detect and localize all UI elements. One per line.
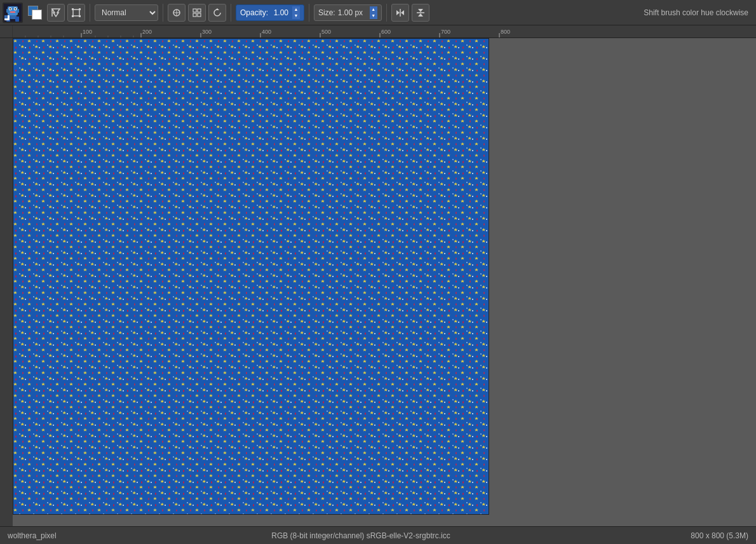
- filename-label: wolthera_pixel: [8, 531, 57, 540]
- svg-text:800: 800: [501, 29, 510, 35]
- flip-h-icon: [395, 8, 405, 18]
- svg-rect-25: [198, 13, 201, 17]
- size-spinner: ▲ ▼: [370, 6, 377, 19]
- svg-rect-22: [193, 9, 196, 12]
- svg-marker-31: [418, 13, 423, 17]
- canvas-area[interactable]: [13, 38, 756, 526]
- svg-rect-17: [72, 15, 74, 17]
- separator-4: [309, 4, 309, 22]
- svg-rect-14: [73, 10, 79, 16]
- image-canvas[interactable]: [13, 38, 489, 515]
- horizontal-ruler: 100 200 300 400 500 600 700 800: [13, 25, 756, 37]
- blend-mode-select[interactable]: Normal Dissolve Multiply Screen Overlay: [95, 4, 158, 21]
- svg-rect-5: [15, 8, 16, 10]
- tool-reset-button[interactable]: [208, 4, 226, 22]
- svg-text:100: 100: [83, 29, 92, 35]
- horizontal-ruler-row: 100 200 300 400 500 600 700 800: [0, 25, 756, 38]
- size-label: Size:: [318, 8, 335, 17]
- tool-select-button[interactable]: [47, 4, 65, 22]
- svg-rect-76: [13, 39, 489, 515]
- svg-rect-6: [10, 11, 15, 13]
- size-decrement[interactable]: ▼: [370, 13, 377, 19]
- svg-rect-58: [0, 38, 13, 526]
- opacity-control: Opacity: 1.00 ▲ ▼: [236, 4, 304, 21]
- flip-h-button[interactable]: [391, 4, 409, 22]
- h-ruler-svg: 100 200 300 400 500 600 700 800: [13, 25, 756, 37]
- tool-shape-button[interactable]: [168, 4, 186, 22]
- separator-2: [163, 4, 163, 22]
- main-area: [0, 38, 756, 526]
- size-increment[interactable]: ▲: [370, 6, 377, 13]
- tool-grid-button[interactable]: [188, 4, 206, 22]
- opacity-label: Opacity:: [240, 8, 268, 17]
- svg-text:400: 400: [262, 29, 271, 35]
- ruler-corner: [0, 25, 13, 37]
- separator-3: [231, 4, 231, 22]
- shape-icon: [172, 8, 182, 18]
- opacity-value[interactable]: 1.00: [271, 8, 288, 17]
- svg-marker-30: [418, 9, 423, 12]
- tool-transform-button[interactable]: [67, 4, 85, 22]
- vertical-ruler: [0, 38, 13, 526]
- app-logo: [3, 3, 23, 23]
- svg-text:300: 300: [202, 29, 212, 35]
- svg-rect-13: [4, 15, 8, 18]
- svg-rect-16: [79, 8, 81, 10]
- opacity-decrement[interactable]: ▼: [292, 13, 300, 19]
- flip-v-icon: [415, 8, 426, 18]
- svg-text:700: 700: [441, 29, 450, 35]
- separator-5: [386, 4, 387, 22]
- select-icon: [51, 8, 61, 18]
- opacity-increment[interactable]: ▲: [292, 6, 300, 13]
- status-bar: wolthera_pixel RGB (8-bit integer/channe…: [0, 526, 756, 544]
- background-color[interactable]: [32, 10, 42, 20]
- color-swatches[interactable]: [28, 6, 42, 20]
- size-control: Size: 1.00 px ▲ ▼: [314, 4, 382, 21]
- canvas-svg: [13, 39, 489, 515]
- size-value[interactable]: 1.00 px: [338, 8, 366, 17]
- main-toolbar: Normal Dissolve Multiply Screen Overlay …: [0, 0, 756, 25]
- svg-rect-18: [79, 15, 81, 17]
- tool-hint: Shift brush color hue clockwise: [644, 8, 753, 17]
- svg-rect-24: [193, 13, 196, 17]
- app-logo-icon: [4, 4, 22, 22]
- svg-rect-15: [72, 8, 74, 10]
- grid-icon: [192, 8, 202, 18]
- dimensions-label: 800 x 800 (5.3M): [691, 531, 748, 540]
- color-info-label: RGB (8-bit integer/channel) sRGB-elle-V2…: [271, 531, 450, 540]
- svg-rect-8: [17, 9, 19, 13]
- transform-icon: [71, 8, 81, 18]
- svg-marker-27: [396, 10, 400, 15]
- flip-v-button[interactable]: [412, 4, 429, 22]
- svg-rect-7: [6, 9, 9, 13]
- svg-marker-26: [215, 8, 219, 10]
- svg-text:600: 600: [381, 29, 391, 35]
- opacity-spinner: ▲ ▼: [292, 6, 300, 19]
- svg-marker-28: [401, 10, 404, 15]
- svg-rect-4: [10, 8, 11, 10]
- reset-icon: [212, 8, 222, 18]
- svg-text:200: 200: [142, 29, 152, 35]
- v-ruler-svg: [0, 38, 13, 526]
- separator-1: [90, 4, 90, 22]
- svg-text:500: 500: [321, 29, 331, 35]
- svg-rect-11: [15, 17, 19, 22]
- svg-rect-23: [198, 9, 201, 12]
